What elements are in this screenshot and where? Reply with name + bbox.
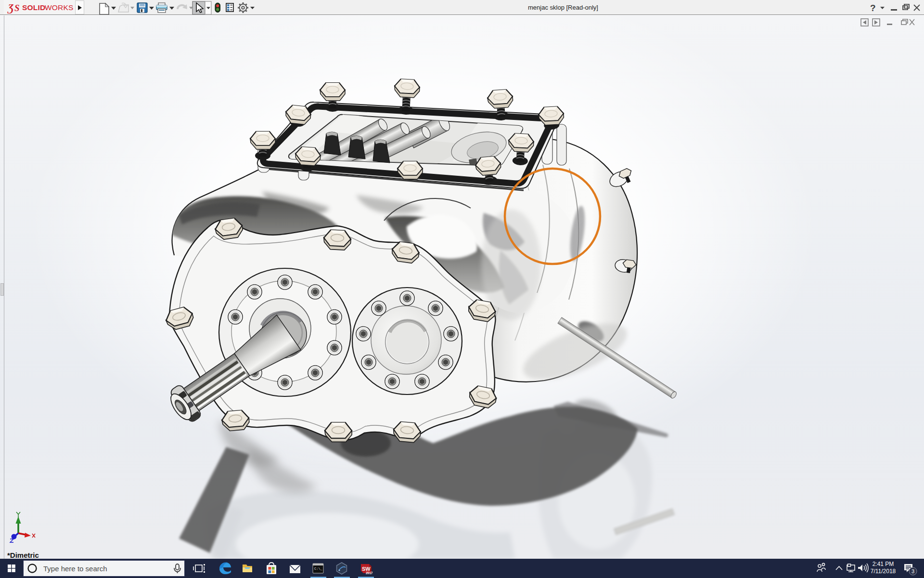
- svg-text:C:\_: C:\_: [314, 567, 323, 571]
- svg-text:2017: 2017: [366, 571, 373, 575]
- svg-text:WORKS: WORKS: [45, 3, 74, 12]
- svg-text:S: S: [14, 3, 20, 13]
- svg-text:Ʒ: Ʒ: [7, 2, 13, 13]
- svg-text:7/11/2018: 7/11/2018: [871, 568, 896, 575]
- svg-text:?: ?: [870, 3, 876, 13]
- svg-text:SOLID: SOLID: [22, 3, 45, 12]
- svg-text:3: 3: [911, 568, 914, 574]
- svg-text:2:41 PM: 2:41 PM: [873, 561, 894, 567]
